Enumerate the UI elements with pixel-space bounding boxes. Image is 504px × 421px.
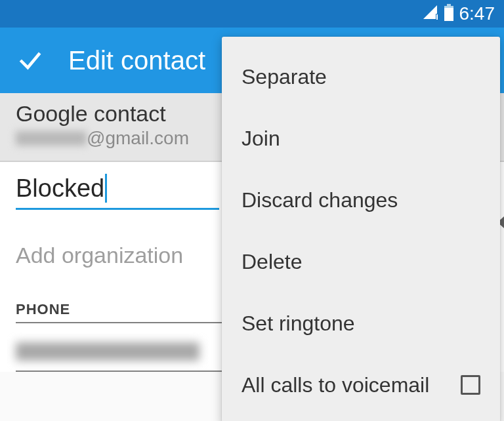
signal-icon	[423, 5, 438, 23]
svg-rect-4	[444, 8, 453, 21]
voicemail-checkbox[interactable]	[461, 375, 480, 395]
phone-redacted	[16, 342, 200, 361]
status-bar: 6:47	[0, 0, 504, 28]
svg-rect-2	[447, 4, 451, 6]
menu-voicemail-label: All calls to voicemail	[242, 373, 429, 397]
name-value: Blocked	[16, 174, 104, 203]
email-redacted	[16, 131, 87, 146]
overflow-menu: Separate Join Discard changes Delete Set…	[222, 37, 500, 421]
menu-join[interactable]: Join	[222, 108, 500, 169]
status-time: 6:47	[459, 3, 495, 24]
svg-rect-1	[436, 14, 438, 20]
text-cursor	[105, 174, 107, 203]
battery-icon	[444, 4, 454, 24]
email-suffix: @gmail.com	[87, 128, 189, 148]
done-button[interactable]	[16, 46, 45, 75]
menu-set-ringtone[interactable]: Set ringtone	[222, 292, 500, 354]
page-title: Edit contact	[68, 46, 205, 75]
name-input[interactable]: Blocked	[16, 174, 219, 210]
menu-delete[interactable]: Delete	[222, 231, 500, 292]
menu-separate[interactable]: Separate	[222, 46, 500, 108]
menu-discard-changes[interactable]: Discard changes	[222, 169, 500, 231]
menu-all-calls-voicemail[interactable]: All calls to voicemail	[222, 354, 500, 416]
